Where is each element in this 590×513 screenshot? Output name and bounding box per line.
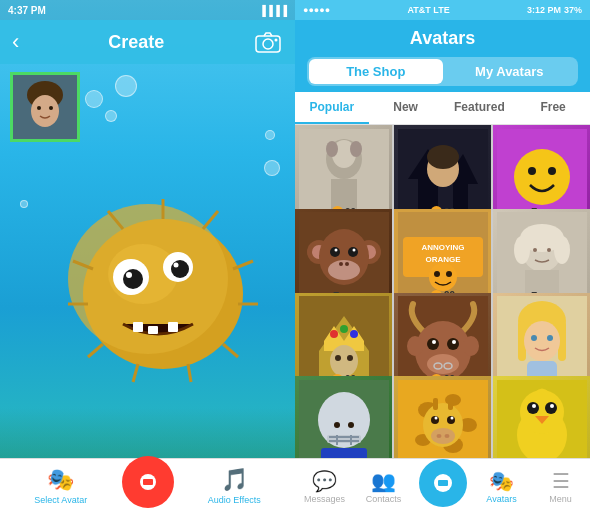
svg-point-107 xyxy=(334,422,340,428)
avatar-blonde[interactable]: Free xyxy=(493,293,590,390)
avatars-label: Avatars xyxy=(486,494,516,504)
bubble-3 xyxy=(115,75,137,97)
avatar-emoji[interactable]: Free xyxy=(493,125,590,222)
svg-rect-29 xyxy=(148,326,158,334)
monkey-avatar-img xyxy=(299,212,389,302)
svg-point-108 xyxy=(348,422,354,428)
svg-point-76 xyxy=(340,325,348,333)
avatar-bird[interactable] xyxy=(493,376,590,458)
puffer-fish-area xyxy=(20,100,285,453)
messages-label: Messages xyxy=(304,494,345,504)
avatar-dark[interactable]: 99 xyxy=(394,125,491,222)
svg-rect-109 xyxy=(321,448,367,458)
svg-point-55 xyxy=(334,249,337,252)
svg-point-24 xyxy=(126,272,132,278)
svg-point-57 xyxy=(339,262,343,266)
svg-point-26 xyxy=(171,260,189,278)
svg-rect-134 xyxy=(438,480,448,486)
avatar-annoying-orange[interactable]: ANNOYING ORANGE 99 xyxy=(394,209,491,306)
svg-point-130 xyxy=(545,402,557,414)
dark-avatar-img xyxy=(398,129,488,219)
bottom-nav-left: 🎭 Select Avatar 🎵 Audio Effects xyxy=(0,458,295,513)
svg-point-54 xyxy=(348,247,358,257)
svg-point-73 xyxy=(547,248,551,252)
svg-rect-118 xyxy=(448,398,453,410)
greek-statue-img xyxy=(299,129,389,219)
svg-point-65 xyxy=(446,271,452,277)
tab-free[interactable]: Free xyxy=(516,92,590,124)
svg-point-64 xyxy=(434,271,440,277)
menu-nav[interactable]: ☰ Menu xyxy=(531,469,590,504)
svg-rect-32 xyxy=(143,479,153,485)
left-panel: 4:37 PM ▐▐▐▐ ‹ Create xyxy=(0,0,295,513)
avatar-greek-statue[interactable]: 99 xyxy=(295,125,392,222)
tab-new[interactable]: New xyxy=(369,92,443,124)
svg-point-1 xyxy=(263,39,273,49)
avatar-grid: 99 99 xyxy=(295,125,590,458)
svg-point-132 xyxy=(550,404,554,408)
water-plants xyxy=(0,408,295,458)
menu-label: Menu xyxy=(549,494,572,504)
my-avatars-button[interactable]: My Avatars xyxy=(443,59,577,84)
messages-nav[interactable]: 💬 Messages xyxy=(295,469,354,504)
avatars-nav[interactable]: 🎭 Avatars xyxy=(472,469,531,504)
back-button[interactable]: ‹ xyxy=(12,29,19,55)
svg-point-123 xyxy=(431,428,455,444)
audio-effects-nav[interactable]: 🎵 Audio Effects xyxy=(174,467,296,505)
contacts-icon: 👥 xyxy=(371,469,396,493)
battery-right: 3:12 PM 37% xyxy=(527,5,582,15)
camera-button[interactable] xyxy=(253,30,283,54)
audio-nav-icon: 🎵 xyxy=(221,467,248,493)
golden-avatar-img xyxy=(299,296,389,386)
select-avatar-nav[interactable]: 🎭 Select Avatar xyxy=(0,467,122,505)
svg-line-18 xyxy=(88,344,103,357)
avatar-football[interactable] xyxy=(295,376,392,458)
avatar-george[interactable]: Free xyxy=(493,209,590,306)
svg-point-45 xyxy=(548,167,556,175)
svg-point-41 xyxy=(427,145,459,169)
svg-text:ANNOYING: ANNOYING xyxy=(421,243,464,252)
header-left: ‹ Create xyxy=(0,20,295,64)
svg-point-23 xyxy=(123,269,143,289)
giraffe-avatar-img xyxy=(398,380,488,458)
svg-point-75 xyxy=(330,330,338,338)
svg-rect-103 xyxy=(329,436,359,438)
avatar-bull[interactable]: 99 xyxy=(394,293,491,390)
svg-line-20 xyxy=(133,364,138,382)
svg-point-37 xyxy=(326,141,338,157)
svg-point-96 xyxy=(524,321,560,361)
avatars-icon: 🎭 xyxy=(489,469,514,493)
svg-point-56 xyxy=(352,249,355,252)
avatar-golden[interactable]: 99 xyxy=(295,293,392,390)
svg-line-21 xyxy=(188,364,191,382)
tab-featured[interactable]: Featured xyxy=(443,92,517,124)
avatar-monkey[interactable]: Free xyxy=(295,209,392,306)
svg-point-5 xyxy=(31,95,59,127)
record-nav[interactable] xyxy=(413,459,472,513)
avatar-nav-icon: 🎭 xyxy=(47,467,74,493)
messages-icon: 💬 xyxy=(312,469,337,493)
avatar-giraffe[interactable] xyxy=(394,376,491,458)
svg-point-129 xyxy=(527,402,539,414)
svg-point-38 xyxy=(350,141,362,157)
svg-point-63 xyxy=(429,263,457,291)
tab-popular[interactable]: Popular xyxy=(295,92,369,124)
page-title-right: Avatars xyxy=(307,28,578,49)
svg-point-52 xyxy=(328,260,360,280)
the-shop-button[interactable]: The Shop xyxy=(309,59,443,84)
svg-rect-28 xyxy=(133,322,143,332)
svg-point-128 xyxy=(520,390,564,434)
category-tabs: Popular New Featured Free xyxy=(295,92,590,125)
battery-left: ▐▐▐▐ xyxy=(259,5,287,16)
contacts-nav[interactable]: 👥 Contacts xyxy=(354,469,413,504)
svg-point-83 xyxy=(427,354,459,374)
select-avatar-label: Select Avatar xyxy=(34,495,87,505)
puffer-svg xyxy=(63,189,263,389)
header-right: Avatars The Shop My Avatars xyxy=(295,20,590,92)
record-icon xyxy=(136,470,160,494)
svg-rect-106 xyxy=(350,435,352,445)
svg-point-58 xyxy=(345,262,349,266)
bird-avatar-img xyxy=(497,380,587,458)
record-button[interactable] xyxy=(122,456,174,508)
record-button-right[interactable] xyxy=(419,459,467,507)
